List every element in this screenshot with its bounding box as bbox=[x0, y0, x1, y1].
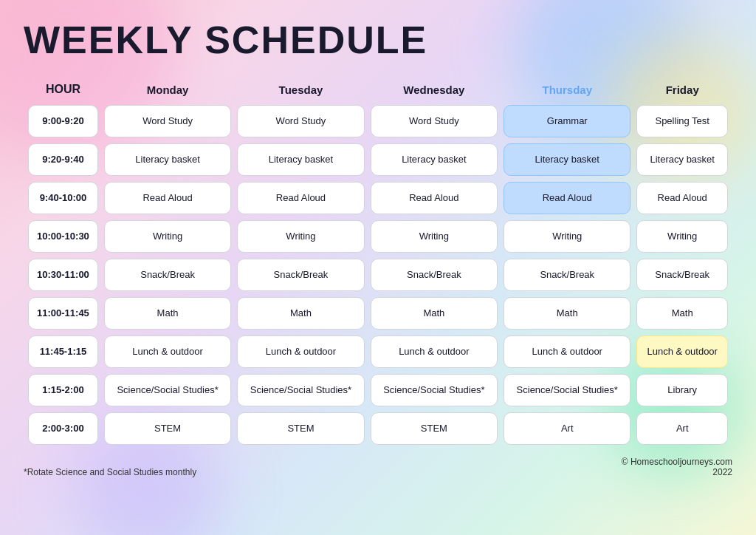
table-cell: Lunch & outdoor bbox=[103, 334, 233, 369]
hour-cell: 11:00-11:45 bbox=[28, 297, 98, 330]
table-cell: Math bbox=[236, 296, 365, 331]
schedule-body: 9:00-9:20Word StudyWord StudyWord StudyG… bbox=[27, 103, 729, 446]
table-cell: Literacy basket bbox=[502, 142, 632, 177]
table-cell: Read Aloud bbox=[103, 180, 233, 216]
table-cell: Lunch & outdoor bbox=[502, 334, 632, 369]
table-cell: Writing bbox=[236, 219, 365, 254]
activity-cell: Writing bbox=[237, 220, 364, 253]
table-row: 9:20-9:40Literacy basketLiteracy basketL… bbox=[27, 142, 729, 177]
table-cell: Snack/Break bbox=[635, 257, 729, 293]
activity-cell: Math bbox=[104, 297, 231, 330]
table-cell: Lunch & outdoor bbox=[236, 334, 365, 369]
col-header-tuesday: Tuesday bbox=[236, 78, 365, 100]
activity-cell: Writing bbox=[504, 220, 630, 253]
col-header-thursday: Thursday bbox=[502, 78, 632, 100]
table-cell: Read Aloud bbox=[635, 180, 729, 216]
table-row: 9:40-10:00Read AloudRead AloudRead Aloud… bbox=[27, 180, 729, 216]
footer: *Rotate Science and Social Studies month… bbox=[24, 457, 732, 477]
activity-cell: Read Aloud bbox=[371, 182, 498, 214]
table-cell: 9:40-10:00 bbox=[27, 180, 100, 216]
table-cell: 11:00-11:45 bbox=[27, 296, 100, 331]
activity-cell: Science/Social Studies* bbox=[104, 374, 231, 406]
activity-cell: Literacy basket bbox=[104, 143, 231, 176]
table-cell: Art bbox=[502, 411, 632, 446]
table-cell: Math bbox=[369, 296, 499, 331]
activity-cell: Word Study bbox=[237, 105, 364, 137]
activity-cell: Read Aloud bbox=[636, 182, 728, 214]
activity-cell: Literacy basket bbox=[504, 143, 630, 176]
table-cell: Art bbox=[635, 411, 729, 446]
activity-cell: Math bbox=[371, 297, 498, 330]
col-header-wednesday: Wednesday bbox=[369, 78, 499, 100]
col-header-hour: HOUR bbox=[27, 78, 100, 100]
table-cell: Library bbox=[635, 372, 729, 408]
activity-cell: Read Aloud bbox=[237, 182, 364, 214]
activity-cell: Lunch & outdoor bbox=[237, 335, 364, 368]
table-cell: 10:30-11:00 bbox=[27, 257, 100, 293]
table-row: 10:00-10:30WritingWritingWritingWritingW… bbox=[27, 219, 729, 254]
table-row: 11:45-1:15Lunch & outdoorLunch & outdoor… bbox=[27, 334, 729, 369]
activity-cell: Math bbox=[504, 297, 630, 330]
table-row: 2:00-3:00STEMSTEMSTEMArtArt bbox=[27, 411, 729, 446]
activity-cell: Science/Social Studies* bbox=[504, 374, 630, 406]
table-cell: Snack/Break bbox=[103, 257, 233, 293]
table-cell: Lunch & outdoor bbox=[635, 334, 729, 369]
table-cell: Word Study bbox=[236, 103, 365, 139]
hour-cell: 9:20-9:40 bbox=[28, 143, 98, 176]
activity-cell: Snack/Break bbox=[636, 259, 728, 291]
activity-cell: Read Aloud bbox=[504, 182, 630, 214]
activity-cell: STEM bbox=[104, 412, 231, 445]
activity-cell: STEM bbox=[237, 412, 364, 445]
table-cell: Snack/Break bbox=[502, 257, 632, 293]
hour-cell: 9:40-10:00 bbox=[28, 182, 98, 214]
activity-cell: Snack/Break bbox=[371, 259, 498, 291]
table-cell: Literacy basket bbox=[103, 142, 233, 177]
activity-cell: Read Aloud bbox=[104, 182, 231, 214]
table-cell: Science/Social Studies* bbox=[236, 372, 365, 408]
table-cell: Science/Social Studies* bbox=[103, 372, 233, 408]
activity-cell: Art bbox=[504, 412, 630, 445]
table-cell: Literacy basket bbox=[369, 142, 499, 177]
activity-cell: Snack/Break bbox=[237, 259, 364, 291]
table-cell: Science/Social Studies* bbox=[369, 372, 499, 408]
activity-cell: Science/Social Studies* bbox=[237, 374, 364, 406]
schedule-table: HOUR Monday Tuesday Wednesday Thursday F… bbox=[24, 75, 732, 449]
activity-cell: Spelling Test bbox=[636, 105, 728, 137]
table-cell: Word Study bbox=[369, 103, 499, 139]
activity-cell: Grammar bbox=[504, 105, 630, 137]
hour-cell: 11:45-1:15 bbox=[28, 335, 98, 368]
header-row: HOUR Monday Tuesday Wednesday Thursday F… bbox=[27, 78, 729, 100]
table-cell: Writing bbox=[502, 219, 632, 254]
activity-cell: STEM bbox=[371, 412, 498, 445]
table-row: 1:15-2:00Science/Social Studies*Science/… bbox=[27, 372, 729, 408]
hour-cell: 10:00-10:30 bbox=[28, 220, 98, 253]
activity-cell: Writing bbox=[104, 220, 231, 253]
activity-cell: Lunch & outdoor bbox=[371, 335, 498, 368]
col-header-friday: Friday bbox=[635, 78, 729, 100]
table-cell: Snack/Break bbox=[236, 257, 365, 293]
activity-cell: Lunch & outdoor bbox=[636, 335, 728, 368]
table-cell: 10:00-10:30 bbox=[27, 219, 100, 254]
activity-cell: Library bbox=[636, 374, 728, 406]
hour-cell: 10:30-11:00 bbox=[28, 259, 98, 291]
table-cell: Math bbox=[635, 296, 729, 331]
activity-cell: Art bbox=[636, 412, 728, 445]
table-cell: 1:15-2:00 bbox=[27, 372, 100, 408]
activity-cell: Literacy basket bbox=[636, 143, 728, 176]
activity-cell: Writing bbox=[636, 220, 728, 253]
table-cell: Read Aloud bbox=[236, 180, 365, 216]
table-cell: Spelling Test bbox=[635, 103, 729, 139]
activity-cell: Math bbox=[636, 297, 728, 330]
table-cell: Math bbox=[103, 296, 233, 331]
year-text: 2022 bbox=[622, 467, 732, 477]
table-cell: 11:45-1:15 bbox=[27, 334, 100, 369]
table-cell: Lunch & outdoor bbox=[369, 334, 499, 369]
hour-cell: 9:00-9:20 bbox=[28, 105, 98, 137]
table-row: 11:00-11:45MathMathMathMathMath bbox=[27, 296, 729, 331]
copyright-block: © Homeschooljourneys.com 2022 bbox=[622, 457, 732, 477]
activity-cell: Literacy basket bbox=[371, 143, 498, 176]
table-cell: Grammar bbox=[502, 103, 632, 139]
table-cell: Writing bbox=[635, 219, 729, 254]
table-cell: Literacy basket bbox=[236, 142, 365, 177]
activity-cell: Math bbox=[237, 297, 364, 330]
